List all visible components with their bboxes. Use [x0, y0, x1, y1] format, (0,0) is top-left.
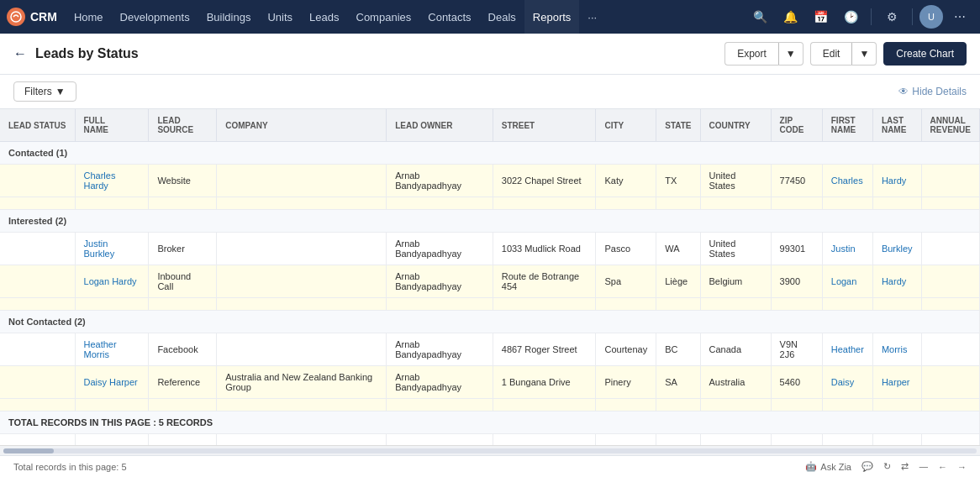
cell-state: Liège [656, 265, 700, 298]
create-chart-button[interactable]: Create Chart [883, 42, 967, 66]
table-row: Charles HardyWebsiteArnab Bandyapadhyay3… [0, 165, 980, 197]
spacer-cell [0, 298, 75, 311]
col-zip-code[interactable]: ZIPCODE [771, 109, 822, 142]
col-full-name[interactable]: FULLNAME [75, 109, 149, 142]
cell-first-name[interactable]: Justin [822, 233, 872, 265]
edit-button[interactable]: Edit [810, 42, 852, 66]
cell-country: United States [700, 233, 771, 265]
col-state[interactable]: STATE [656, 109, 700, 142]
nav-item-contacts[interactable]: Contacts [419, 0, 479, 34]
export-dropdown-arrow[interactable]: ▼ [778, 42, 803, 66]
cell-state: TX [656, 165, 700, 197]
filters-button[interactable]: Filters ▼ [13, 81, 76, 102]
share-icon-btn[interactable]: ⇄ [901, 461, 909, 472]
cell-full-name[interactable]: Heather Morris [75, 333, 149, 366]
avatar[interactable]: U [919, 5, 943, 29]
hide-details-button[interactable]: 👁 Hide Details [898, 86, 967, 97]
col-company[interactable]: COMPANY [217, 109, 387, 142]
cell-first-name[interactable]: Charles [822, 165, 872, 197]
group-label: Not Contacted (2) [0, 311, 980, 333]
clock-icon[interactable]: 🕑 [837, 3, 864, 30]
spacer-cell [771, 399, 822, 411]
cell-zip: 5460 [771, 366, 822, 399]
ask-zia-label: Ask Zia [820, 462, 851, 472]
group-header-row: Not Contacted (2) [0, 311, 980, 333]
cell-company [217, 265, 387, 298]
cell-state: WA [656, 233, 700, 265]
spacer-cell [75, 298, 149, 311]
back-button[interactable]: ← [13, 46, 27, 61]
search-icon[interactable]: 🔍 [746, 3, 773, 30]
col-lead-owner[interactable]: LEAD OWNER [387, 109, 493, 142]
nav-item-reports[interactable]: Reports [524, 0, 580, 34]
cell-first-name[interactable]: Heather [822, 333, 872, 366]
export-button[interactable]: Export [724, 42, 778, 66]
empty-cell [596, 434, 656, 446]
col-last-name[interactable]: LASTNAME [872, 109, 921, 142]
spacer-cell [921, 197, 979, 210]
cell-lead-status [0, 233, 75, 265]
nav-item-companies[interactable]: Companies [348, 0, 420, 34]
cell-lead-source: Reference [149, 366, 217, 399]
horizontal-scrollbar[interactable] [0, 445, 980, 455]
empty-cell [387, 434, 493, 446]
nav-item-units[interactable]: Units [259, 0, 301, 34]
cell-last-name[interactable]: Harper [872, 366, 921, 399]
cell-full-name[interactable]: Logan Hardy [75, 265, 149, 298]
cell-full-name[interactable]: Justin Burkley [75, 233, 149, 265]
col-city[interactable]: CITY [596, 109, 656, 142]
table-row: Heather MorrisFacebookArnab Bandyapadhya… [0, 333, 980, 366]
scrollbar-thumb[interactable] [3, 448, 54, 453]
col-lead-status[interactable]: LEAD STATUS [0, 109, 75, 142]
nav-item-leads[interactable]: Leads [301, 0, 347, 34]
cell-full-name[interactable]: Daisy Harper [75, 366, 149, 399]
spacer-cell [656, 399, 700, 411]
notifications-icon[interactable]: 🔔 [777, 3, 803, 30]
refresh-icon-btn[interactable]: ↻ [883, 461, 891, 472]
spacer-cell [387, 197, 493, 210]
spacer-cell [149, 298, 217, 311]
calendar-icon[interactable]: 📅 [807, 3, 834, 30]
svg-point-0 [11, 12, 21, 22]
cell-full-name[interactable]: Charles Hardy [75, 165, 149, 197]
header-actions: Export ▼ Edit ▼ Create Chart [724, 42, 967, 66]
cell-lead-source: Broker [149, 233, 217, 265]
export-button-group: Export ▼ [724, 42, 803, 66]
toolbar: Filters ▼ 👁 Hide Details [0, 75, 980, 109]
bookmark-icon-btn[interactable]: ⸻ [919, 462, 928, 472]
cell-last-name[interactable]: Morris [872, 333, 921, 366]
ask-zia-button[interactable]: 🤖 Ask Zia [805, 461, 851, 472]
col-street[interactable]: STREET [493, 109, 596, 142]
col-lead-source[interactable]: LEADSOURCE [149, 109, 217, 142]
cell-last-name[interactable]: Hardy [872, 265, 921, 298]
cell-annual-revenue [921, 366, 979, 399]
col-country[interactable]: COUNTRY [700, 109, 771, 142]
nav-item-home[interactable]: Home [66, 0, 112, 34]
cell-country: United States [700, 165, 771, 197]
nav-item-buildings[interactable]: Buildings [198, 0, 260, 34]
col-first-name[interactable]: FIRSTNAME [822, 109, 872, 142]
empty-cell [656, 434, 700, 446]
nav-divider [871, 8, 872, 25]
settings-icon[interactable]: ⚙ [878, 3, 905, 30]
edit-dropdown-arrow[interactable]: ▼ [851, 42, 877, 66]
cell-last-name[interactable]: Burkley [872, 233, 921, 265]
cell-last-name[interactable]: Hardy [872, 165, 921, 197]
cell-country: Australia [700, 366, 771, 399]
cell-first-name[interactable]: Daisy [822, 366, 872, 399]
nav-back-btn[interactable]: ← [938, 462, 947, 472]
cell-city: Pinery [596, 366, 656, 399]
nav-item-···[interactable]: ··· [579, 0, 605, 34]
logo[interactable]: CRM [7, 8, 57, 26]
nav-item-developments[interactable]: Developments [112, 0, 198, 34]
nav-forward-btn[interactable]: → [957, 462, 967, 472]
chat-icon-btn[interactable]: 💬 [861, 461, 873, 472]
col-annual-revenue[interactable]: ANNUALREVENUE [921, 109, 979, 142]
spacer-cell [596, 197, 656, 210]
apps-icon[interactable]: ⋯ [946, 3, 973, 30]
spacer-cell [387, 399, 493, 411]
cell-lead-owner: Arnab Bandyapadhyay [387, 333, 493, 366]
table-row: Logan HardyInbound CallArnab Bandyapadhy… [0, 265, 980, 298]
cell-first-name[interactable]: Logan [822, 265, 872, 298]
nav-item-deals[interactable]: Deals [480, 0, 524, 34]
